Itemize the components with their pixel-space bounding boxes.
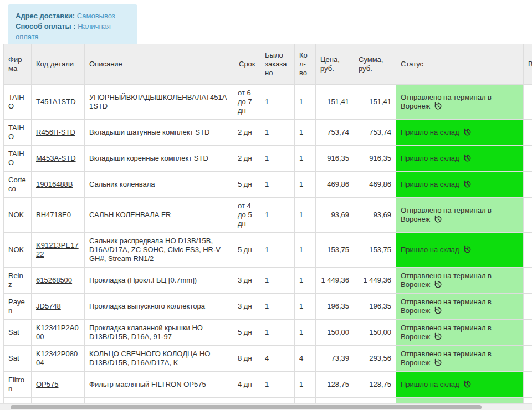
price-cell: 128,75: [316, 372, 354, 398]
ordered-cell: 1: [260, 198, 295, 233]
qty-cell: 1: [295, 172, 316, 198]
history-icon: [434, 332, 442, 341]
term-cell: от 4 до 5 дн: [234, 198, 260, 233]
history-icon: [463, 154, 472, 162]
price-cell: 150,00: [316, 320, 354, 346]
col-header-qty: Кол-во: [295, 44, 316, 85]
description-cell: САЛЬН КОЛЕНВАЛА FR: [85, 198, 234, 233]
brand-cell: NOK: [4, 198, 32, 233]
brand-cell: Corteco: [4, 172, 32, 198]
ordered-cell: 1: [260, 372, 295, 398]
code-cell: BH4718E0: [32, 198, 85, 233]
brand-cell: TAIHO: [4, 120, 32, 146]
col-header-description: Описание: [85, 44, 234, 85]
price-cell: 469,86: [316, 172, 354, 198]
sum-cell: 128,75: [354, 372, 396, 398]
brand-cell: NOK: [4, 233, 32, 268]
qty-cell: 1: [295, 85, 316, 120]
col-header-marks: Ваши метки: [524, 44, 532, 85]
table-row: TAIHO R456H-STD Вкладыши шатунные компле…: [4, 120, 532, 146]
sum-cell: 753,74: [354, 120, 396, 146]
table-row: NOK BH4718E0 САЛЬН КОЛЕНВАЛА FR от 4 до …: [4, 198, 532, 233]
col-header-price: Цена, руб.: [316, 44, 354, 85]
brand-cell: Sat: [4, 346, 32, 372]
status-cell: Отправлено на терминал в Воронеж: [396, 346, 524, 372]
status-label: Пришло на склад: [401, 245, 459, 254]
table-row: TAIHO M453A-STD Вкладыши коренные компле…: [4, 146, 532, 172]
part-code-link[interactable]: 19016488B: [36, 180, 73, 188]
description-cell: Сальник коленвала: [85, 172, 234, 198]
status-cell: Пришло на склад: [396, 372, 524, 398]
ordered-cell: 4: [260, 346, 295, 372]
status-cell: Пришло на склад: [396, 233, 524, 268]
description-cell: Вкладыши шатунные комплект STD: [85, 120, 234, 146]
part-code-link[interactable]: K12341P2A000: [36, 324, 79, 341]
order-table: Фирма Код детали Описание Срок Было зака…: [3, 44, 532, 410]
price-cell: 1 449,36: [316, 268, 354, 294]
part-code-link[interactable]: R456H-STD: [36, 128, 75, 136]
part-code-link[interactable]: T451A1STD: [36, 98, 76, 106]
price-cell: 73,39: [316, 346, 354, 372]
description-cell: Фильтр масляный FILTRON OP575: [85, 372, 234, 398]
brand-cell: Sat: [4, 320, 32, 346]
scrollbar-thumb[interactable]: [11, 405, 482, 409]
brand-cell: Filtron: [4, 372, 32, 398]
status-label: Пришло на склад: [401, 154, 459, 162]
table-row: Reinz 615268500 Прокладка (Прокл.ГБЦ [0.…: [4, 268, 532, 294]
ordered-cell: 1: [260, 120, 295, 146]
term-cell: 3 дн: [234, 294, 260, 320]
marks-cell: [524, 172, 532, 198]
term-cell: от 6 до 7 дн: [234, 85, 260, 120]
status-label: Пришло на склад: [401, 380, 459, 388]
term-cell: 8 дн: [234, 346, 260, 372]
table-row: TAIHO T451A1STD УПОРНЫЙВКЛАДЫШКОЛЕНВАЛАТ…: [4, 85, 532, 120]
qty-cell: 1: [295, 146, 316, 172]
qty-cell: 1: [295, 268, 316, 294]
marks-cell: [524, 294, 532, 320]
part-code-link[interactable]: K12342P08004: [36, 350, 78, 367]
ordered-cell: 1: [260, 85, 295, 120]
description-cell: Сальник распредвала HO D13B/15B, D16A/D1…: [85, 233, 234, 268]
description-cell: Прокладка выпускного коллектора: [85, 294, 234, 320]
qty-cell: 1: [295, 294, 316, 320]
horizontal-scrollbar[interactable]: [0, 403, 532, 410]
code-cell: K12341P2A000: [32, 320, 85, 346]
status-cell: Пришло на склад: [396, 172, 524, 198]
term-cell: 5 дн: [234, 233, 260, 268]
part-code-link[interactable]: M453A-STD: [36, 154, 76, 162]
history-icon: [463, 245, 472, 254]
part-code-link[interactable]: JD5748: [36, 302, 61, 310]
part-code-link[interactable]: OP575: [36, 380, 58, 388]
price-cell: 153,75: [316, 233, 354, 268]
brand-cell: Payen: [4, 294, 32, 320]
status-label: Отправлено на терминал в Воронеж: [401, 206, 492, 223]
description-cell: Прокладка клапанной крышки HO D13B/D15B,…: [85, 320, 234, 346]
payment-method-label: Способ оплаты :: [16, 22, 76, 30]
term-cell: 2 дн: [234, 120, 260, 146]
sum-cell: 150,00: [354, 320, 396, 346]
description-cell: Прокладка (Прокл.ГБЦ [0.7mm]): [85, 268, 234, 294]
history-icon: [463, 180, 472, 188]
table-row: NOK K91213PE1722 Сальник распредвала HO …: [4, 233, 532, 268]
history-icon: [434, 306, 442, 315]
code-cell: 615268500: [32, 268, 85, 294]
table-row: Corteco 19016488B Сальник коленвала 5 дн…: [4, 172, 532, 198]
status-label: Отправлено на терминал в Воронеж: [401, 298, 492, 315]
part-code-link[interactable]: BH4718E0: [36, 211, 71, 219]
sum-cell: 153,75: [354, 233, 396, 268]
marks-cell: [524, 198, 532, 233]
status-label: Отправлено на терминал в Воронеж: [401, 350, 492, 367]
delivery-address-value: Самовывоз: [77, 12, 115, 20]
code-cell: 19016488B: [32, 172, 85, 198]
status-cell: Отправлено на терминал в Воронеж: [396, 85, 524, 120]
delivery-address-label: Адрес доставки:: [16, 12, 75, 20]
table-row: Filtron OP575 Фильтр масляный FILTRON OP…: [4, 372, 532, 398]
order-table-body: TAIHO T451A1STD УПОРНЫЙВКЛАДЫШКОЛЕНВАЛАТ…: [4, 85, 532, 410]
part-code-link[interactable]: K91213PE1722: [36, 241, 79, 258]
price-cell: 196,35: [316, 294, 354, 320]
brand-cell: Reinz: [4, 268, 32, 294]
price-cell: 93,69: [316, 198, 354, 233]
order-table-container: Фирма Код детали Описание Срок Было зака…: [3, 44, 532, 410]
part-code-link[interactable]: 615268500: [36, 276, 72, 284]
col-header-sum: Сумма, руб.: [354, 44, 396, 85]
